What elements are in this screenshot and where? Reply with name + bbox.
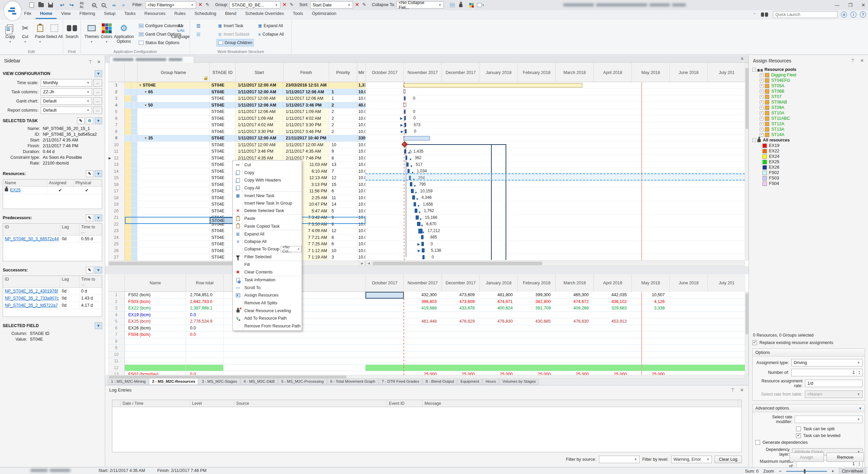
column-group-name[interactable]: Group Name: [137, 63, 210, 82]
tree-node[interactable]: EX25: [752, 159, 865, 165]
sheet-tab[interactable]: Hours: [483, 379, 499, 385]
group-combo[interactable]: STAGE_ID_BE...▼: [229, 1, 280, 8]
gantt-bar[interactable]: 1,656: [414, 202, 416, 206]
successor-row[interactable]: NP_ST04E_35_2_fd5722a7 0d 4.17 d: [3, 302, 102, 309]
edit-successors-icon[interactable]: ✎: [86, 267, 93, 273]
gantt-bar[interactable]: 795: [410, 182, 412, 186]
column-min[interactable]: Mir: [357, 63, 365, 82]
sort-clear-icon[interactable]: ✕: [355, 2, 359, 7]
column-priority[interactable]: Priority: [329, 63, 357, 82]
resources-collapse-icon[interactable]: ▼: [95, 170, 102, 177]
document-tab[interactable]: [109, 56, 194, 63]
redo-icon[interactable]: ↪: [67, 1, 76, 9]
sheet-tab[interactable]: 7 - DTR Feed Grades: [379, 379, 422, 385]
search-icon[interactable]: [761, 13, 768, 17]
close-sidebar-icon[interactable]: ✕: [97, 59, 101, 64]
column-start[interactable]: Start: [235, 63, 283, 82]
zoom-out-control[interactable]: −: [779, 469, 781, 474]
tree-expand-icon[interactable]: +: [760, 128, 763, 131]
undo-icon[interactable]: ↩: [58, 1, 67, 9]
splitter[interactable]: [105, 266, 749, 274]
advanced-collapse-icon[interactable]: ▼: [858, 406, 862, 410]
gantt-bar[interactable]: 0: [421, 242, 424, 246]
tree-expand-icon[interactable]: +: [760, 79, 763, 82]
tree-node[interactable]: EX22: [752, 148, 865, 154]
tree-expand-icon[interactable]: +: [760, 73, 763, 77]
group-children-button[interactable]: Group Children: [216, 39, 254, 46]
chart-toolbar-icon[interactable]: [467, 1, 476, 9]
group-edit-icon[interactable]: ✎: [290, 2, 294, 7]
usage-row[interactable]: 2 FS03 (bcm) 2,642,783.0 396,803473,609 …: [108, 299, 749, 305]
collapse-apply-icon[interactable]: [448, 1, 457, 9]
ribbon-tab[interactable]: Resources: [140, 10, 170, 19]
sheet-tab[interactable]: 8 - Blend Output: [422, 379, 457, 385]
table-row[interactable]: 3 ST04E 1/11/2017 12:00 AM 1/11/2017 12:…: [108, 95, 365, 102]
indent-icon[interactable]: ☰: [195, 22, 204, 30]
usage-row[interactable]: 12: [108, 365, 749, 372]
ribbon-tab[interactable]: Scheduling: [190, 10, 221, 19]
ribbon-tab[interactable]: Optimization: [307, 10, 341, 19]
select-all-button[interactable]: Select All: [45, 21, 64, 48]
usage-vertical-scrollbar[interactable]: [745, 292, 749, 375]
tree-node[interactable]: + ST07: [752, 94, 865, 99]
edit-task-icon[interactable]: ✎: [77, 117, 84, 124]
tree-node[interactable]: + ST13A: [752, 127, 865, 132]
zoom-in-icon[interactable]: +: [90, 1, 98, 9]
assign-close-icon[interactable]: ✕: [860, 58, 864, 63]
tree-expand-icon[interactable]: +: [760, 90, 763, 93]
column-row-total[interactable]: Row total: [186, 274, 224, 292]
usage-row[interactable]: 1 FS02 (bcm) 2,704,851.0 432,300473,609 …: [108, 292, 749, 299]
edit-resources-icon[interactable]: ✎: [86, 170, 93, 177]
tree-node[interactable]: EX19: [752, 143, 865, 148]
vertical-scrollbar[interactable]: [745, 63, 749, 261]
tree-expand-icon[interactable]: +: [760, 84, 763, 88]
tree-node[interactable]: − Resource pools: [752, 67, 865, 72]
app-logo-icon[interactable]: [4, 1, 21, 20]
predecessors-collapse-icon[interactable]: ▼: [95, 214, 102, 221]
edit-predecessors-icon[interactable]: ✎: [86, 214, 93, 221]
tree-node[interactable]: + ST08AB: [752, 99, 865, 105]
new-file-icon[interactable]: [27, 1, 36, 9]
resource-row[interactable]: EX25 ✔ ✔: [3, 187, 102, 194]
number-of-input[interactable]: 1▲▼: [791, 369, 863, 376]
ribbon-tab[interactable]: Blend: [221, 10, 241, 19]
log-column-header[interactable]: Date / Time: [120, 400, 190, 407]
sheet-tab[interactable]: 4 - MS_M2C-D&B: [241, 379, 278, 385]
view-config-combo[interactable]: Default▼: [41, 107, 92, 114]
context-menu-item[interactable]: Task Information: [233, 276, 302, 284]
filter-by-level-combo[interactable]: Warning, Error▼: [671, 456, 712, 463]
table-row[interactable]: 10 ST04E 1/11/2017 12:00 AM 1/11/2017 12…: [108, 142, 365, 149]
language-button[interactable]: Ab↳AcLanguage: [172, 21, 189, 48]
view-config-combo[interactable]: Monthly▼: [41, 79, 92, 87]
active-cell[interactable]: ST04E: [210, 217, 236, 224]
gantt-bar[interactable]: 10,159: [411, 189, 414, 193]
usage-row[interactable]: 7 FS04 (bcm) 0.0: [108, 331, 749, 338]
column-stage-id[interactable]: STAGE ID: [210, 63, 235, 82]
zoom-out-icon[interactable]: −: [99, 1, 108, 9]
filter-by-source-combo[interactable]: ▼: [599, 456, 640, 463]
tree-expand-icon[interactable]: +: [760, 122, 763, 126]
log-close-icon[interactable]: ✕: [740, 387, 744, 393]
table-row[interactable]: 5 ST04E 1/11/2017 12:06 AM 1/11/2017 1:0…: [108, 109, 365, 115]
context-menu-item[interactable]: Fill: [233, 261, 302, 269]
usage-row[interactable]: 9: [108, 345, 749, 352]
ribbon-tab[interactable]: Setup: [99, 10, 120, 19]
gantt-horizontal-scrollbar[interactable]: ◀: [365, 261, 745, 266]
context-menu-item[interactable]: Delete Selected Task: [233, 207, 302, 215]
zoom-slider[interactable]: [786, 471, 827, 472]
tree-expand-icon[interactable]: +: [760, 100, 763, 104]
context-menu-item[interactable]: Assign Resources: [233, 291, 302, 299]
ribbon-tab[interactable]: Filtering: [75, 10, 99, 19]
sheet-tab[interactable]: 6 - Total Movement Graph: [327, 379, 378, 385]
usage-row[interactable]: 11: [108, 358, 749, 365]
context-menu-item[interactable]: Cut: [233, 161, 302, 169]
zoom-in-control[interactable]: +: [832, 469, 834, 474]
task-settings-icon[interactable]: ⚙: [86, 117, 93, 124]
info-icon[interactable]: i: [850, 12, 856, 18]
usage-row[interactable]: 10: [108, 352, 749, 358]
column-finish[interactable]: Finish: [283, 63, 329, 82]
usage-row[interactable]: 13 FS02 (bcm/day) 0.0 25,00025,000 25,00…: [108, 371, 749, 375]
summary-bar-yellow[interactable]: [403, 83, 582, 88]
view-config-combo[interactable]: ZZ-Jh▼: [41, 88, 92, 96]
close-button[interactable]: ✕: [861, 2, 865, 8]
